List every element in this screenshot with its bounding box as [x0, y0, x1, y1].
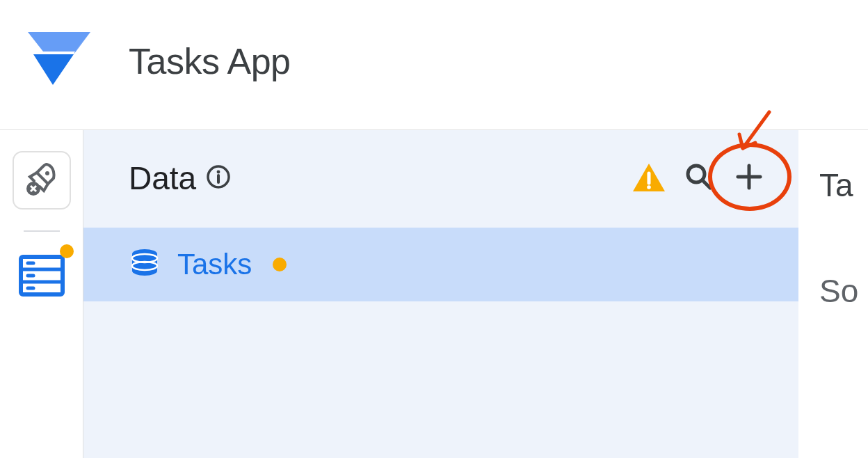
data-nav-button[interactable] — [13, 250, 71, 304]
appsheet-logo-icon — [21, 28, 97, 95]
search-icon — [684, 161, 714, 195]
info-icon[interactable] — [206, 164, 231, 192]
app-header: Tasks App — [0, 0, 868, 130]
data-source-label: Tasks — [177, 248, 252, 281]
status-dot-icon — [273, 258, 287, 271]
deploy-nav-button[interactable] — [13, 151, 71, 210]
svg-point-11 — [217, 171, 220, 174]
right-title-fragment: Ta — [819, 166, 868, 204]
data-panel-header: Data — [83, 130, 798, 228]
right-panel-edge: Ta So — [798, 130, 868, 458]
plus-icon — [735, 163, 763, 194]
left-nav-rail — [0, 130, 83, 458]
data-panel: Data — [83, 130, 798, 458]
svg-line-16 — [702, 180, 710, 188]
database-icon — [129, 247, 161, 282]
data-table-icon — [17, 253, 67, 301]
app-title: Tasks App — [129, 40, 291, 82]
status-dot-icon — [60, 244, 74, 258]
svg-point-0 — [45, 171, 49, 175]
data-source-row-tasks[interactable]: Tasks — [83, 228, 798, 301]
nav-divider — [24, 230, 60, 232]
right-label-fragment: So — [819, 272, 868, 310]
add-data-source-button[interactable] — [729, 158, 769, 198]
rocket-icon — [22, 159, 62, 202]
search-button[interactable] — [679, 158, 719, 198]
warning-icon[interactable] — [629, 158, 669, 198]
data-panel-title: Data — [129, 159, 196, 197]
svg-point-14 — [647, 185, 651, 189]
